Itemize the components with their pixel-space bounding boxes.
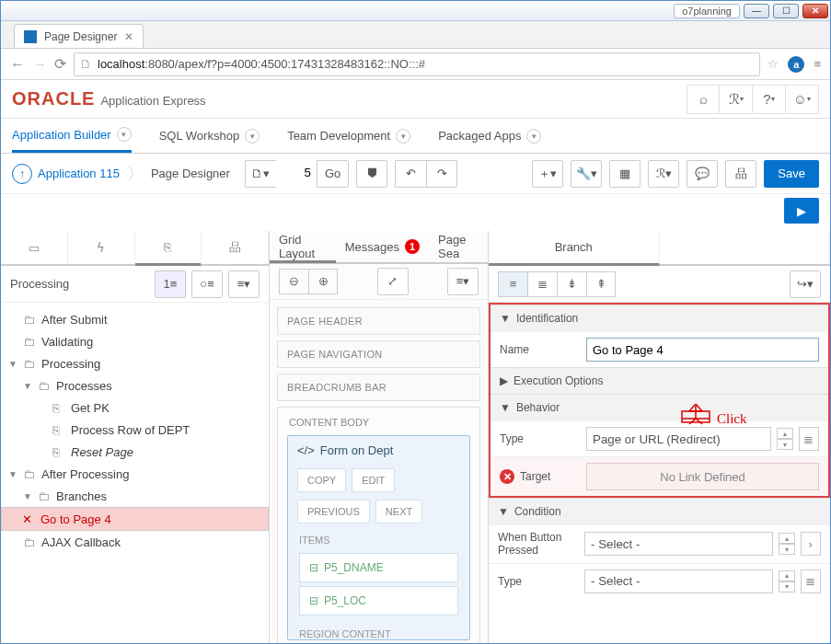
minimize-button[interactable]: —: [744, 4, 769, 18]
tab-grid-layout[interactable]: Grid Layout: [270, 232, 336, 263]
user-icon[interactable]: ☺▾: [786, 85, 819, 114]
tab-messages[interactable]: Messages1: [336, 231, 429, 262]
comment-button[interactable]: 💬: [687, 160, 718, 188]
view-common-button[interactable]: ≣: [527, 271, 557, 297]
close-button[interactable]: ✕: [802, 4, 828, 18]
tab-empty: [660, 231, 831, 264]
sort-2-button[interactable]: ○≡: [191, 270, 223, 298]
save-button[interactable]: Save: [764, 160, 819, 188]
nav-team-dev[interactable]: Team Development▾: [287, 119, 410, 153]
when-button-spinner[interactable]: ▴▾: [779, 533, 794, 555]
tree-go-to-page-4[interactable]: ✕Go to Page 4: [1, 507, 269, 531]
goto-icon[interactable]: ›: [801, 532, 821, 556]
type-spinner[interactable]: ▴▾: [777, 428, 792, 450]
tree-branches[interactable]: ▼🗀Branches: [1, 485, 269, 507]
btn-copy[interactable]: COPY: [297, 468, 346, 492]
list-icon[interactable]: ≣: [799, 427, 819, 451]
region-page-nav[interactable]: PAGE NAVIGATION: [277, 340, 480, 368]
undo-button[interactable]: ↶: [395, 160, 426, 188]
tree-after-submit[interactable]: 🗀After Submit: [1, 308, 269, 330]
tab-shared[interactable]: 品: [202, 231, 269, 264]
utilities-button[interactable]: 🔧▾: [571, 160, 602, 188]
section-condition[interactable]: ▼ Condition: [489, 499, 830, 524]
chevron-down-icon[interactable]: ▾: [526, 129, 541, 144]
tab-dynamic[interactable]: ϟ: [68, 231, 135, 264]
name-input[interactable]: [586, 338, 819, 362]
go-button[interactable]: Go: [317, 160, 349, 188]
chevron-down-icon[interactable]: ▾: [396, 129, 410, 144]
page-number-input[interactable]: [276, 160, 317, 186]
lock-button[interactable]: ⛊: [356, 160, 387, 188]
team-button[interactable]: ℛ▾: [648, 160, 679, 188]
view-all-button[interactable]: ≡: [498, 271, 527, 297]
zoom-in-icon[interactable]: ⊕: [308, 269, 338, 294]
star-icon[interactable]: ☆: [768, 57, 779, 71]
tree-process-row[interactable]: ⎘Process Row of DEPT: [1, 419, 269, 441]
tree-validating[interactable]: 🗀Validating: [1, 330, 269, 352]
section-execution[interactable]: ▶ Execution Options: [491, 368, 828, 394]
extension-icon[interactable]: a: [788, 56, 804, 73]
breadcrumb-app[interactable]: Application 115: [38, 167, 120, 180]
sort-1-button[interactable]: 1≡: [155, 270, 186, 298]
tab-processing[interactable]: ⎘: [135, 231, 202, 266]
section-identification[interactable]: ▼ Identification: [491, 305, 828, 331]
cond-type-spinner[interactable]: ▴▾: [779, 570, 794, 592]
expand-layout-button[interactable]: ⤢: [377, 268, 409, 295]
region-page-header[interactable]: PAGE HEADER: [277, 307, 480, 335]
cond-type-select[interactable]: [584, 569, 773, 593]
search-icon[interactable]: ⌕: [687, 85, 720, 114]
btn-previous[interactable]: PREVIOUS: [297, 500, 370, 523]
maximize-button[interactable]: ☐: [773, 4, 799, 18]
page-toolbar: ↑ Application 115 〉 Page Designer 🗋▾ Go …: [1, 154, 830, 194]
chevron-down-icon[interactable]: ▾: [245, 129, 260, 144]
item-p5-loc[interactable]: ⊟P5_LOC: [299, 586, 458, 615]
product: Application Express: [100, 94, 205, 108]
menu-icon[interactable]: ≡: [814, 57, 821, 71]
btn-edit[interactable]: EDIT: [352, 468, 395, 492]
zoom-out-icon[interactable]: ⊖: [279, 269, 308, 294]
region-breadcrumb[interactable]: BREADCRUMB BAR: [277, 374, 480, 401]
view-collapse-button[interactable]: ⇟: [557, 271, 586, 297]
browser-tab[interactable]: Page Designer ✕: [14, 24, 144, 48]
layout-menu-button[interactable]: ≡▾: [447, 268, 479, 295]
list-icon[interactable]: ≣: [801, 569, 821, 593]
tree-reset-page[interactable]: ⎘Reset Page: [1, 441, 269, 463]
section-behavior[interactable]: ▼ Behavior: [491, 395, 828, 420]
help-icon[interactable]: ?▾: [753, 85, 786, 114]
chevron-down-icon[interactable]: ▾: [117, 127, 132, 142]
tab-close-icon[interactable]: ✕: [124, 30, 133, 43]
tree-processing[interactable]: ▼🗀Processing: [1, 352, 269, 374]
back-button[interactable]: ←: [10, 56, 25, 73]
tab-rendering[interactable]: ▭: [1, 231, 68, 264]
tab-page-search[interactable]: Page Sea: [429, 231, 488, 262]
when-button-select[interactable]: [584, 532, 773, 556]
type-select[interactable]: [586, 427, 771, 451]
item-p5-dname[interactable]: ⊟P5_DNAME: [299, 553, 458, 582]
tab-branch[interactable]: Branch: [489, 231, 660, 266]
create-button[interactable]: ＋▾: [532, 160, 563, 188]
tree-processes[interactable]: ▼🗀Processes: [1, 374, 269, 397]
layout-button[interactable]: ▦: [609, 160, 641, 188]
run-button[interactable]: ▶: [784, 198, 819, 224]
tree-get-pk[interactable]: ⎘Get PK: [1, 397, 269, 419]
nav-app-builder[interactable]: Application Builder▾: [12, 119, 132, 153]
admin-icon[interactable]: ℛ▾: [720, 85, 753, 114]
shared-button[interactable]: 品: [725, 160, 756, 188]
url-field[interactable]: 🗋 localhost:8080/apex/f?p=4000:4500:1743…: [74, 52, 760, 76]
view-expand-button[interactable]: ⇞: [586, 271, 616, 297]
expand-button[interactable]: ≡▾: [228, 270, 260, 298]
nav-packaged-apps[interactable]: Packaged Apps▾: [438, 119, 541, 153]
redo-button[interactable]: ↷: [426, 160, 457, 188]
target-button[interactable]: No Link Defined: [586, 463, 819, 490]
reload-button[interactable]: ⟳: [54, 55, 66, 73]
btn-next[interactable]: NEXT: [375, 500, 422, 523]
goto-menu-button[interactable]: ↪▾: [790, 270, 821, 298]
breadcrumb-current: Page Designer: [151, 167, 230, 180]
page-lock-button[interactable]: 🗋▾: [245, 160, 276, 188]
form-region[interactable]: </>Form on Dept COPY EDIT PREVIOUS NEXT …: [287, 435, 470, 640]
up-icon[interactable]: ↑: [12, 164, 32, 184]
left-tabs: ▭ ϟ ⎘ 品: [1, 231, 269, 266]
nav-sql-workshop[interactable]: SQL Workshop▾: [159, 119, 260, 153]
tree-ajax-callback[interactable]: 🗀AJAX Callback: [1, 531, 269, 553]
tree-after-processing[interactable]: ▼🗀After Processing: [1, 463, 269, 485]
